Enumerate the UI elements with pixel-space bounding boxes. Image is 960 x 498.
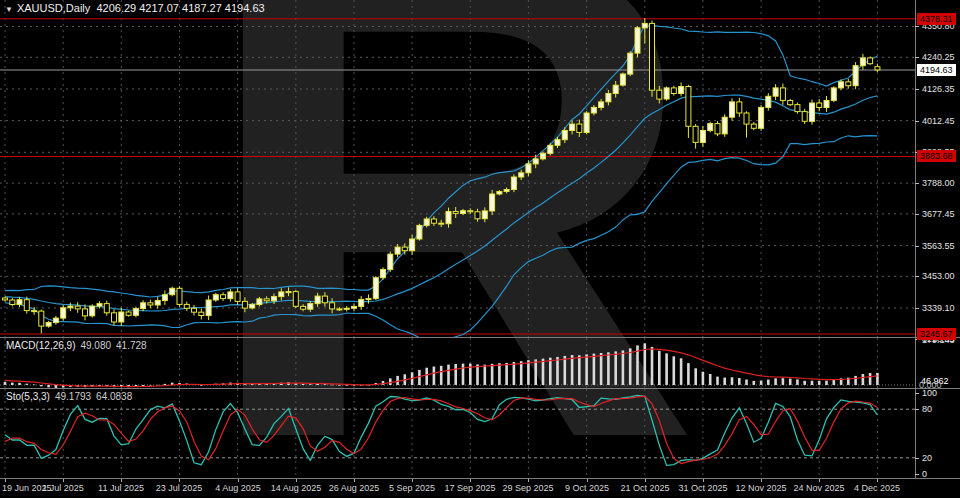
- macd-indicator-label: MACD(12,26,9)49.08041.728: [6, 340, 147, 351]
- symbol-dropdown-icon[interactable]: ▼: [5, 5, 13, 14]
- current-price-badge: 4194.63: [917, 64, 956, 76]
- panel-separator[interactable]: [0, 388, 960, 389]
- price-tick-mark: [915, 121, 919, 122]
- time-tick-mark: [819, 479, 820, 482]
- sto-tick-mark: [915, 474, 919, 475]
- time-tick-mark: [587, 479, 588, 482]
- price-level-badge: 3883.68: [917, 150, 956, 162]
- sto-tick-mark: [915, 409, 919, 410]
- time-tick-mark: [63, 479, 64, 482]
- price-tick-label: 4240.25: [922, 52, 955, 62]
- sto-name: Sto(5,3,3): [6, 391, 50, 402]
- price-tick-mark: [915, 246, 919, 247]
- price-axis-border: [915, 0, 916, 478]
- price-tick-label: 3677.45: [922, 209, 955, 219]
- sto-axis-label: 80: [922, 404, 932, 414]
- time-tick-mark: [528, 479, 529, 482]
- time-tick-mark: [238, 479, 239, 482]
- stochastic-panel-canvas[interactable]: [0, 389, 915, 478]
- time-tick-mark: [179, 479, 180, 482]
- price-tick-mark: [915, 26, 919, 27]
- price-tick-mark: [915, 57, 919, 58]
- panel-separator[interactable]: [0, 478, 960, 479]
- price-tick-mark: [915, 183, 919, 184]
- symbol-period-label: XAUUSD,Daily: [17, 2, 90, 14]
- price-tick-label: 3453.00: [922, 271, 955, 281]
- time-tick-mark: [470, 479, 471, 482]
- price-tick-mark: [915, 214, 919, 215]
- time-tick-mark: [703, 479, 704, 482]
- time-tick-mark: [121, 479, 122, 482]
- macd-value-main: 49.080: [80, 340, 111, 351]
- chart-window: R ▼XAUUSD,Daily 4206.29 4217.07 4187.27 …: [0, 0, 960, 498]
- price-tick-mark: [915, 276, 919, 277]
- price-tick-label: 3788.00: [922, 178, 955, 188]
- main-chart-canvas[interactable]: [0, 0, 915, 337]
- sto-value-main: 49.1793: [55, 391, 91, 402]
- time-axis-label: 4 Dec 2025: [837, 483, 917, 493]
- time-tick-mark: [412, 479, 413, 482]
- price-level-badge: 3245.67: [917, 328, 956, 340]
- title-ohlc-values: 4206.29 4217.07 4187.27 4194.63: [96, 2, 264, 14]
- sto-value-signal: 64.0838: [96, 391, 132, 402]
- macd-name: MACD(12,26,9): [6, 340, 75, 351]
- price-tick-label: 4012.45: [922, 116, 955, 126]
- price-tick-mark: [915, 89, 919, 90]
- time-tick-mark: [354, 479, 355, 482]
- price-tick-label: 3563.55: [922, 241, 955, 251]
- time-tick-mark: [877, 479, 878, 482]
- time-tick-mark: [296, 479, 297, 482]
- sto-tick-mark: [915, 458, 919, 459]
- price-tick-label: 4126.35: [922, 84, 955, 94]
- time-tick-mark: [761, 479, 762, 482]
- price-tick-mark: [915, 308, 919, 309]
- sto-tick-mark: [915, 393, 919, 394]
- time-tick-mark: [645, 479, 646, 482]
- time-axis[interactable]: 19 Jun 20251 Jul 202511 Jul 202523 Jul 2…: [0, 479, 960, 498]
- price-level-badge: 4378.31: [917, 13, 956, 25]
- macd-value-signal: 41.728: [116, 340, 147, 351]
- panel-separator[interactable]: [0, 337, 960, 338]
- price-tick-label: 3339.10: [922, 303, 955, 313]
- time-tick-mark: [5, 479, 6, 482]
- chart-title: ▼XAUUSD,Daily 4206.29 4217.07 4187.27 41…: [5, 2, 265, 14]
- sto-axis-label: 100: [922, 388, 937, 398]
- sto-axis-label: 20: [922, 453, 932, 463]
- sto-axis-label: 0: [922, 469, 927, 479]
- sto-indicator-label: Sto(5,3,3)49.179364.0838: [6, 391, 132, 402]
